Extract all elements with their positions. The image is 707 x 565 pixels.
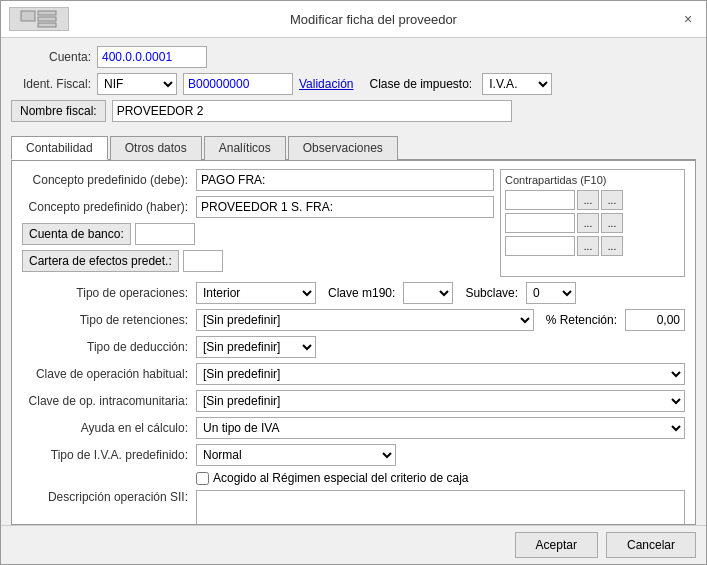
contra-row-2: ... ... xyxy=(505,213,680,233)
tipo-deduccion-label: Tipo de deducción: xyxy=(22,340,192,354)
tipo-deduccion-select[interactable]: [Sin predefinir] xyxy=(196,336,316,358)
concepto-debe-row: Concepto predefinido (debe): xyxy=(22,169,494,191)
tipo-operaciones-label: Tipo de operaciones: xyxy=(22,286,192,300)
contra-row-3: ... ... xyxy=(505,236,680,256)
main-window: Modificar ficha del proveedor × Cuenta: … xyxy=(0,0,707,565)
svg-rect-1 xyxy=(38,11,56,15)
contra-row-1: ... ... xyxy=(505,190,680,210)
contra-input-3a[interactable] xyxy=(505,236,575,256)
concepto-haber-input[interactable] xyxy=(196,196,494,218)
cuenta-label: Cuenta: xyxy=(11,50,91,64)
tab-otros-datos[interactable]: Otros datos xyxy=(110,136,202,160)
cuenta-row: Cuenta: 400.0.0.0001 xyxy=(11,46,696,68)
clave-m190-select[interactable] xyxy=(403,282,453,304)
tab-analiticos[interactable]: Analíticos xyxy=(204,136,286,160)
clase-impuesto-select[interactable]: I.V.A. IRPF xyxy=(482,73,552,95)
tipo-deduccion-row: Tipo de deducción: [Sin predefinir] xyxy=(22,336,685,358)
cartera-row: Cartera de efectos predet.: xyxy=(22,250,494,272)
contra-btn-1b[interactable]: ... xyxy=(601,190,623,210)
nombre-fiscal-input[interactable] xyxy=(112,100,512,122)
validacion-link[interactable]: Validación xyxy=(299,77,353,91)
contra-input-1a[interactable] xyxy=(505,190,575,210)
svg-rect-0 xyxy=(21,11,35,21)
concepto-haber-label: Concepto predefinido (haber): xyxy=(22,200,192,214)
ayuda-calculo-row: Ayuda en el cálculo: Un tipo de IVA Vari… xyxy=(22,417,685,439)
cartera-button[interactable]: Cartera de efectos predet.: xyxy=(22,250,179,272)
contrapartidas-box: Contrapartidas (F10) ... ... ... ... ...… xyxy=(500,169,685,277)
subclave-select[interactable]: 0 1 2 xyxy=(526,282,576,304)
cancelar-button[interactable]: Cancelar xyxy=(606,532,696,558)
close-button[interactable]: × xyxy=(678,9,698,29)
footer: Aceptar Cancelar xyxy=(1,525,706,564)
tipo-operaciones-row: Tipo de operaciones: Interior Exterior I… xyxy=(22,282,685,304)
tipo-iva-select[interactable]: Normal Reducido Superreducido Exento xyxy=(196,444,396,466)
contra-btn-2b[interactable]: ... xyxy=(601,213,623,233)
tipo-retenciones-select[interactable]: [Sin predefinir] xyxy=(196,309,534,331)
svg-rect-2 xyxy=(38,17,56,21)
retencion-label: % Retención: xyxy=(546,313,617,327)
ident-fiscal-select[interactable]: NIF CIF xyxy=(97,73,177,95)
clave-operacion-label: Clave de operación habitual: xyxy=(22,367,192,381)
tabs-container: Contabilidad Otros datos Analíticos Obse… xyxy=(11,135,696,160)
top-section: Concepto predefinido (debe): Concepto pr… xyxy=(22,169,685,277)
header-form: Cuenta: 400.0.0.0001 Ident. Fiscal: NIF … xyxy=(1,38,706,135)
window-icon xyxy=(9,7,69,31)
left-fields: Concepto predefinido (debe): Concepto pr… xyxy=(22,169,494,277)
cuenta-banco-row: Cuenta de banco: xyxy=(22,223,494,245)
title-bar: Modificar ficha del proveedor × xyxy=(1,1,706,38)
acogido-checkbox[interactable] xyxy=(196,472,209,485)
ident-fiscal-row: Ident. Fiscal: NIF CIF Validación Clase … xyxy=(11,73,696,95)
subclave-label: Subclave: xyxy=(465,286,518,300)
contra-btn-3b[interactable]: ... xyxy=(601,236,623,256)
window-title: Modificar ficha del proveedor xyxy=(69,12,678,27)
tipo-retenciones-row: Tipo de retenciones: [Sin predefinir] % … xyxy=(22,309,685,331)
contra-input-2a[interactable] xyxy=(505,213,575,233)
ayuda-calculo-label: Ayuda en el cálculo: xyxy=(22,421,192,435)
concepto-debe-label: Concepto predefinido (debe): xyxy=(22,173,192,187)
cuenta-banco-button[interactable]: Cuenta de banco: xyxy=(22,223,131,245)
clase-impuesto-label: Clase de impuesto: xyxy=(369,77,472,91)
desc-row: Descripción operación SII: xyxy=(22,490,685,525)
aceptar-button[interactable]: Aceptar xyxy=(515,532,598,558)
tipo-operaciones-select[interactable]: Interior Exterior Intracomunitaria xyxy=(196,282,316,304)
clave-operacion-select[interactable]: [Sin predefinir] xyxy=(196,363,685,385)
retencion-input[interactable] xyxy=(625,309,685,331)
acogido-row: Acogido al Régimen especial del criterio… xyxy=(196,471,685,485)
nombre-fiscal-row: Nombre fiscal: xyxy=(11,100,696,122)
tipo-iva-row: Tipo de I.V.A. predefinido: Normal Reduc… xyxy=(22,444,685,466)
clave-intra-row: Clave de op. intracomunitaria: [Sin pred… xyxy=(22,390,685,412)
desc-textarea[interactable] xyxy=(196,490,685,525)
clave-m190-label: Clave m190: xyxy=(328,286,395,300)
contrapartidas-title: Contrapartidas (F10) xyxy=(505,174,680,186)
svg-rect-3 xyxy=(38,23,56,27)
tab-observaciones[interactable]: Observaciones xyxy=(288,136,398,160)
clave-intra-select[interactable]: [Sin predefinir] xyxy=(196,390,685,412)
ident-fiscal-input[interactable] xyxy=(183,73,293,95)
tab-content-contabilidad: Concepto predefinido (debe): Concepto pr… xyxy=(11,160,696,525)
contra-btn-1a[interactable]: ... xyxy=(577,190,599,210)
tipo-iva-label: Tipo de I.V.A. predefinido: xyxy=(22,448,192,462)
cuenta-banco-input[interactable] xyxy=(135,223,195,245)
clave-intra-label: Clave de op. intracomunitaria: xyxy=(22,394,192,408)
concepto-haber-row: Concepto predefinido (haber): xyxy=(22,196,494,218)
ident-fiscal-label: Ident. Fiscal: xyxy=(11,77,91,91)
contra-btn-3a[interactable]: ... xyxy=(577,236,599,256)
concepto-debe-input[interactable] xyxy=(196,169,494,191)
nombre-fiscal-button[interactable]: Nombre fiscal: xyxy=(11,100,106,122)
desc-label: Descripción operación SII: xyxy=(22,490,192,504)
tab-contabilidad[interactable]: Contabilidad xyxy=(11,136,108,160)
clave-operacion-row: Clave de operación habitual: [Sin predef… xyxy=(22,363,685,385)
cartera-input[interactable] xyxy=(183,250,223,272)
tipo-retenciones-label: Tipo de retenciones: xyxy=(22,313,192,327)
acogido-label: Acogido al Régimen especial del criterio… xyxy=(213,471,468,485)
cuenta-input[interactable] xyxy=(97,46,207,68)
contra-btn-2a[interactable]: ... xyxy=(577,213,599,233)
ayuda-calculo-select[interactable]: Un tipo de IVA Varios tipos de IVA xyxy=(196,417,685,439)
